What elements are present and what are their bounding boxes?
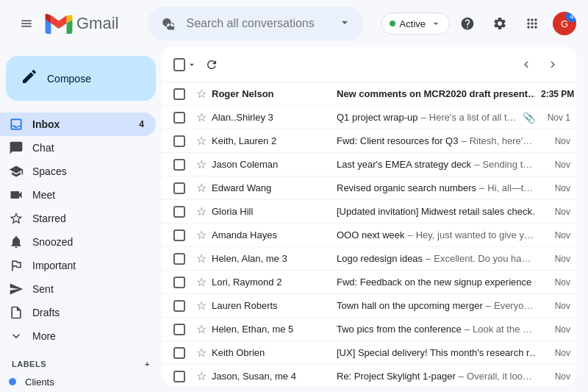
email-subject: Re: Project Skylight 1-pager [337, 371, 456, 382]
star-button[interactable]: ☆ [191, 252, 212, 266]
email-date: Nov [541, 207, 570, 217]
email-checkbox[interactable] [168, 300, 191, 312]
active-status-badge[interactable]: Active [381, 13, 450, 35]
email-subject: Logo redesign ideas [337, 253, 423, 264]
star-button[interactable]: ☆ [191, 87, 212, 101]
email-content: New comments on MCR2020 draft presentati… [337, 88, 535, 99]
table-row[interactable]: ☆ Jason, Susan, me 4 Re: Project Skyligh… [162, 365, 576, 386]
table-row[interactable]: ☆ Helen, Alan, me 3 Logo redesign ideas … [162, 247, 576, 271]
search-dropdown-icon[interactable] [337, 15, 352, 32]
compose-button[interactable]: Compose [6, 56, 156, 101]
checkbox-box [173, 371, 185, 382]
email-content: Logo redesign ideas – Excellent. Do you … [337, 253, 535, 264]
meet-icon [9, 188, 24, 202]
active-dot [390, 21, 395, 26]
table-row[interactable]: ☆ Helen, Ethan, me 5 Two pics from the c… [162, 318, 576, 341]
settings-button[interactable] [485, 9, 514, 38]
sidebar-item-clients[interactable]: Clients [0, 371, 156, 392]
sidebar-item-spaces[interactable]: Spaces [0, 160, 156, 183]
table-row[interactable]: ☆ Roger Nelson New comments on MCR2020 d… [162, 82, 576, 106]
checkbox-box [173, 112, 185, 124]
hamburger-button[interactable] [12, 9, 41, 38]
email-date: Nov [541, 277, 570, 288]
email-checkbox[interactable] [168, 324, 191, 335]
email-date: Nov [541, 301, 570, 311]
labels-header-text: LABELS [12, 360, 145, 368]
add-label-button[interactable]: + [145, 360, 150, 368]
more-nav-label: More [32, 330, 144, 342]
next-page-button[interactable] [541, 53, 564, 76]
email-checkbox[interactable] [168, 88, 191, 100]
email-checkbox[interactable] [168, 229, 191, 241]
sidebar-item-more[interactable]: More [0, 324, 156, 348]
email-subject: Last year's EMEA strategy deck [337, 159, 471, 170]
select-all-checkbox[interactable] [173, 58, 185, 71]
sidebar-item-meet[interactable]: Meet [0, 183, 156, 207]
checkbox-box [173, 347, 185, 359]
email-snippet: Ritesh, here's the doc with all the clie… [470, 135, 535, 146]
star-button[interactable]: ☆ [191, 228, 212, 242]
sidebar-item-chat[interactable]: Chat [0, 136, 156, 160]
star-button[interactable]: ☆ [191, 322, 212, 336]
table-row[interactable]: ☆ Lori, Raymond 2 Fwd: Feedback on the n… [162, 271, 576, 294]
prev-page-button[interactable] [514, 53, 538, 76]
star-button[interactable]: ☆ [191, 134, 212, 148]
table-row[interactable]: ☆ Amanda Hayes OOO next week – Hey, just… [162, 224, 576, 247]
table-row[interactable]: ☆ Lauren Roberts Town hall on the upcomi… [162, 294, 576, 318]
email-checkbox[interactable] [168, 347, 191, 359]
snoozed-icon [9, 235, 24, 249]
star-button[interactable]: ☆ [191, 157, 212, 171]
sidebar-item-sent[interactable]: Sent [0, 277, 156, 301]
refresh-button[interactable] [200, 53, 223, 76]
email-date: Nov 1 [541, 113, 570, 123]
important-icon [9, 258, 24, 273]
sidebar-item-starred[interactable]: Starred [0, 207, 156, 230]
table-row[interactable]: ☆ Edward Wang Revised organic search num… [162, 177, 576, 200]
table-row[interactable]: ☆ Keith Obrien [UX] Special delivery! Th… [162, 341, 576, 365]
email-checkbox[interactable] [168, 206, 191, 218]
email-right: Nov [541, 371, 570, 382]
table-row[interactable]: ☆ Keith, Lauren 2 Fwd: Client resources … [162, 129, 576, 153]
starred-label: Starred [32, 213, 144, 224]
user-avatar[interactable]: G [553, 12, 576, 35]
star-button[interactable]: ☆ [191, 275, 212, 289]
star-button[interactable]: ☆ [191, 369, 212, 383]
table-row[interactable]: ☆ Alan..Shirley 3 Q1 project wrap-up – H… [162, 106, 576, 129]
email-checkbox[interactable] [168, 182, 191, 194]
star-button[interactable]: ☆ [191, 181, 212, 195]
email-checkbox[interactable] [168, 159, 191, 171]
email-checkbox[interactable] [168, 371, 191, 382]
table-row[interactable]: ☆ Jason Coleman Last year's EMEA strateg… [162, 153, 576, 177]
email-right: 📎 Nov 1 [523, 112, 570, 124]
help-button[interactable] [453, 9, 482, 38]
email-checkbox[interactable] [168, 112, 191, 124]
apps-button[interactable] [517, 9, 547, 38]
star-button[interactable]: ☆ [191, 299, 212, 313]
email-checkbox[interactable] [168, 253, 191, 265]
email-sep: – [479, 182, 484, 193]
table-row[interactable]: ☆ Gloria Hill [Updated invitation] Midwe… [162, 200, 576, 224]
email-snippet: Everyone, we'll be hosting our second to… [494, 300, 535, 311]
sidebar-item-important[interactable]: Important [0, 254, 156, 277]
sidebar-item-inbox[interactable]: Inbox 4 [0, 113, 156, 136]
checkbox-box [173, 277, 185, 288]
sidebar-item-drafts[interactable]: Drafts [0, 301, 156, 324]
label-dot-clients [9, 378, 16, 385]
email-sender: Amanda Hayes [212, 229, 337, 240]
sidebar-item-snoozed[interactable]: Snoozed [0, 230, 156, 254]
active-label: Active [400, 18, 426, 29]
email-checkbox[interactable] [168, 277, 191, 288]
select-checkbox[interactable] [173, 53, 197, 76]
email-sender: Helen, Ethan, me 5 [212, 324, 337, 335]
gmail-logo: Gmail [44, 13, 118, 34]
star-button[interactable]: ☆ [191, 204, 212, 218]
star-button[interactable]: ☆ [191, 110, 212, 124]
search-input[interactable] [148, 7, 363, 40]
checkbox-box [173, 159, 185, 171]
topbar: Gmail Active G [0, 0, 588, 47]
email-checkbox[interactable] [168, 135, 191, 147]
email-snippet: Look at the size of this crowd! We're on… [473, 324, 535, 335]
sent-icon [9, 282, 24, 296]
star-button[interactable]: ☆ [191, 346, 212, 360]
email-content: Two pics from the conference – Look at t… [337, 324, 535, 335]
